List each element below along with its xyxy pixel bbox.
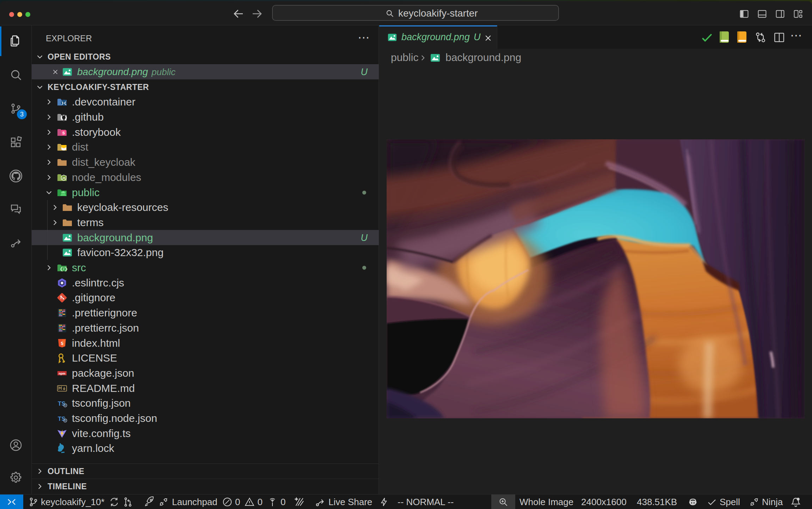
svg-text:❮/❯: ❮/❯: [60, 266, 67, 272]
svg-text:npm: npm: [59, 372, 66, 375]
svg-text:S: S: [62, 131, 65, 135]
svg-text:5: 5: [61, 340, 63, 346]
svg-text:JS: JS: [62, 176, 66, 180]
svg-text:❯❮: ❯❮: [61, 101, 66, 105]
